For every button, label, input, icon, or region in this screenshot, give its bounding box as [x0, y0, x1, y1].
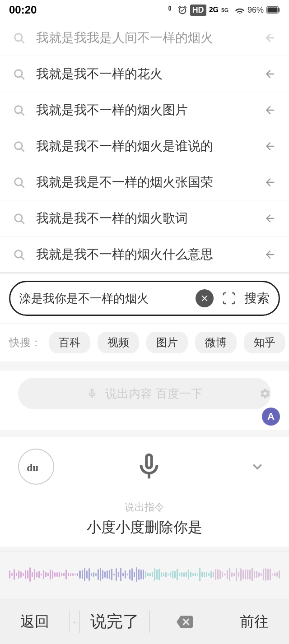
svg-point-8	[15, 106, 22, 113]
suggestion-item-6[interactable]: 我就是我不一样的烟火什么意思	[0, 236, 289, 273]
search-bar-container: 滦是我你是不一样的烟火 搜索	[0, 273, 289, 323]
fill-arrow-5[interactable]	[262, 210, 278, 227]
search-icon-6	[11, 246, 27, 263]
signal-5g-icon: 5G	[221, 6, 232, 14]
waveform-area	[0, 556, 289, 593]
search-button[interactable]: 搜索	[244, 290, 270, 307]
svg-line-13	[21, 185, 24, 187]
svg-line-5	[21, 40, 24, 43]
battery-percent: 96%	[247, 5, 264, 15]
wifi-icon	[235, 6, 245, 14]
suggestion-item-2[interactable]: 我就是我不一样的烟火图片	[0, 92, 289, 128]
hd-badge: HD	[190, 5, 206, 16]
suggestion-text-2: 我就是我不一样的烟火图片	[36, 102, 262, 119]
quick-chip-4[interactable]: 知乎	[244, 332, 285, 353]
svg-text:du: du	[27, 462, 38, 473]
svg-point-4	[15, 33, 22, 41]
delete-button[interactable]	[150, 599, 219, 644]
svg-line-9	[21, 112, 24, 115]
divider	[0, 551, 289, 552]
search-icon-0	[11, 30, 27, 46]
scan-button[interactable]	[219, 288, 239, 308]
voice-controls: du	[0, 437, 289, 496]
voice-input-bar[interactable]: 说出内容 百度一下	[18, 378, 271, 409]
back-button[interactable]: 返回	[0, 599, 70, 644]
status-time: 00:20	[9, 4, 37, 16]
svg-text:5G: 5G	[221, 7, 228, 14]
svg-point-10	[15, 142, 22, 149]
clear-button[interactable]	[196, 289, 214, 307]
status-bar: 00:20 HD 2G 5G 96%	[0, 0, 289, 20]
du-logo-icon[interactable]: du	[18, 449, 54, 485]
suggestion-text-5: 我就是我不一样的烟火歌词	[36, 210, 262, 227]
search-icon-3	[11, 138, 27, 154]
svg-line-17	[21, 257, 24, 259]
quick-search-label: 快搜：	[9, 335, 42, 350]
svg-point-16	[15, 250, 22, 257]
quick-chip-1[interactable]: 视频	[98, 332, 139, 353]
bottom-nav: 返回 · 说完了 前往	[0, 599, 289, 644]
voice-hint-main: 小度小度删除你是	[0, 518, 289, 537]
voice-hint: 说出指令 小度小度删除你是	[0, 496, 289, 547]
svg-rect-3	[268, 8, 278, 13]
expand-button[interactable]	[244, 453, 271, 480]
delete-icon-svg	[177, 614, 193, 630]
suggestion-text-1: 我就是我不一样的花火	[36, 65, 262, 83]
search-input[interactable]: 滦是我你是不一样的烟火	[19, 291, 190, 306]
suggestions-area: 我就是我我是人间不一样的烟火 我就是我不一样的花火	[0, 20, 289, 273]
fill-arrow-3[interactable]	[262, 138, 278, 154]
search-icon-5	[11, 210, 27, 227]
fill-arrow-0[interactable]	[262, 30, 278, 46]
fill-arrow-2[interactable]	[262, 102, 278, 118]
mic-status-icon	[165, 5, 175, 15]
svg-line-15	[21, 221, 24, 223]
battery-icon	[266, 6, 280, 14]
svg-point-12	[15, 178, 22, 185]
suggestion-item-1[interactable]: 我就是我不一样的花火	[0, 56, 289, 92]
forward-button[interactable]: 前往	[219, 599, 289, 644]
suggestion-item-5[interactable]: 我就是我不一样的烟火歌词	[0, 200, 289, 236]
mic-main-button[interactable]	[129, 446, 169, 487]
nav-dot: ·	[70, 616, 80, 627]
search-icon-1	[11, 66, 27, 82]
du-icon-svg: du	[25, 455, 47, 478]
suggestion-item-3[interactable]: 我就是我不一样的烟火是谁说的	[0, 128, 289, 164]
settings-gear-icon[interactable]	[259, 388, 271, 399]
quick-search-bar: 快搜： 百科 视频 图片 微博 知乎 小说	[0, 323, 289, 361]
svg-point-6	[15, 69, 22, 77]
suggestion-item-4[interactable]: 我就是我是不一样的烟火张国荣	[0, 164, 289, 200]
a-icon[interactable]: A	[262, 408, 280, 426]
svg-line-11	[21, 148, 24, 151]
alarm-icon	[177, 5, 187, 15]
done-button[interactable]: 说完了	[80, 599, 149, 644]
waveform	[9, 567, 280, 582]
fill-arrow-6[interactable]	[262, 246, 278, 263]
suggestion-text-4: 我就是我是不一样的烟火张国荣	[36, 174, 262, 191]
network-2g: 2G	[209, 6, 219, 14]
fill-arrow-4[interactable]	[262, 174, 278, 190]
quick-chip-2[interactable]: 图片	[146, 332, 188, 353]
quick-chip-0[interactable]: 百科	[49, 332, 90, 353]
search-icon-2	[11, 102, 27, 118]
svg-line-7	[21, 76, 24, 79]
search-bar[interactable]: 滦是我你是不一样的烟火 搜索	[9, 281, 280, 316]
mic-icon-small	[86, 388, 98, 399]
chevron-down-icon	[248, 458, 266, 476]
fill-arrow-1[interactable]	[262, 66, 278, 82]
mic-main-icon	[133, 451, 165, 482]
svg-point-14	[15, 214, 22, 221]
voice-placeholder: 说出内容 百度一下	[105, 386, 202, 402]
suggestion-text-0: 我就是我我是人间不一样的烟火	[36, 29, 262, 46]
suggestion-item-0[interactable]: 我就是我我是人间不一样的烟火	[0, 20, 289, 56]
suggestion-text-6: 我就是我不一样的烟火什么意思	[36, 246, 262, 263]
search-icon-4	[11, 174, 27, 190]
quick-chip-3[interactable]: 微博	[195, 332, 237, 353]
suggestion-text-3: 我就是我不一样的烟火是谁说的	[36, 138, 262, 155]
svg-rect-2	[279, 8, 280, 12]
status-icons: HD 2G 5G 96%	[165, 5, 280, 16]
voice-hint-sub: 说出指令	[0, 500, 289, 514]
